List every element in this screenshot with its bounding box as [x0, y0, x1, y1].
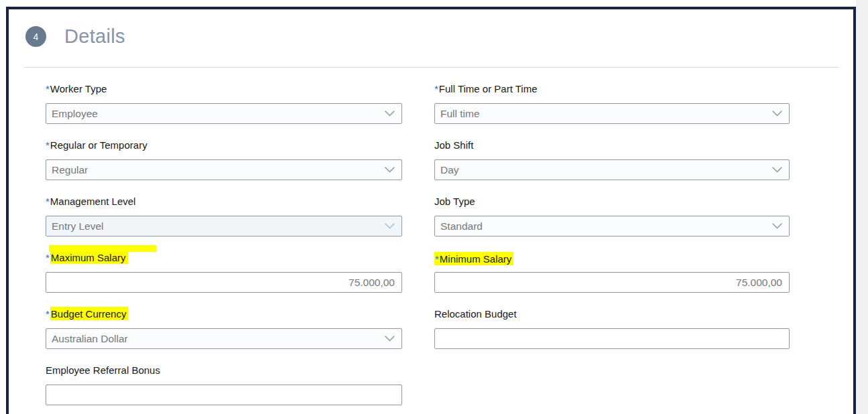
regular-or-temporary-label-text: Regular or Temporary [50, 139, 147, 151]
employee-referral-bonus-input[interactable] [46, 385, 402, 405]
regular-or-temporary-select[interactable]: Regular [46, 159, 402, 180]
field-management-level: *Management Level Entry Level [46, 196, 402, 236]
budget-currency-label-text: Budget Currency [50, 307, 129, 320]
management-level-label: *Management Level [46, 196, 402, 209]
budget-currency-label: *Budget Currency [46, 308, 402, 322]
maximum-salary-input[interactable] [46, 272, 402, 293]
management-level-label-text: Management Level [50, 196, 136, 207]
management-level-select[interactable]: Entry Level [46, 216, 402, 236]
required-asterisk: * [46, 83, 50, 94]
job-shift-select[interactable]: Day [434, 159, 790, 180]
full-time-or-part-time-select[interactable]: Full time [434, 103, 790, 124]
chevron-down-icon [772, 111, 782, 117]
field-full-time-or-part-time: *Full Time or Part Time Full time [434, 83, 790, 124]
job-shift-selected-value: Day [440, 164, 767, 176]
required-asterisk: * [46, 308, 50, 320]
field-budget-currency: *Budget Currency Australian Dollar [46, 308, 402, 349]
job-shift-label-text: Job Shift [434, 139, 473, 151]
minimum-salary-input[interactable] [434, 272, 790, 293]
worker-type-selected-value: Employee [52, 108, 379, 120]
worker-type-label: *Worker Type [46, 83, 402, 96]
chevron-down-icon [772, 223, 782, 229]
field-job-type: Job Type Standard [434, 196, 790, 236]
budget-currency-selected-value: Australian Dollar [52, 333, 379, 345]
relocation-budget-label-text: Relocation Budget [434, 308, 517, 320]
management-level-selected-value: Entry Level [52, 220, 379, 232]
maximum-salary-label: *Maximum Salary [46, 252, 402, 265]
minimum-salary-label-text: Minimum Salary [440, 253, 512, 265]
worker-type-label-text: Worker Type [50, 83, 107, 94]
chevron-down-icon [385, 111, 395, 117]
required-asterisk: * [46, 139, 50, 151]
job-shift-label: Job Shift [434, 139, 790, 153]
job-type-selected-value: Standard [440, 220, 767, 232]
employee-referral-bonus-label-text: Employee Referral Bonus [46, 364, 160, 376]
maximum-salary-label-text: Maximum Salary [50, 251, 128, 264]
field-minimum-salary: *Minimum Salary [434, 252, 790, 293]
full-time-or-part-time-label: *Full Time or Part Time [434, 83, 790, 96]
step-number-badge: 4 [25, 26, 46, 47]
details-form: *Worker Type Employee *Full Time or Part… [46, 83, 790, 405]
page-title: Details [64, 25, 125, 48]
required-asterisk: * [434, 83, 438, 94]
full-time-or-part-time-label-text: Full Time or Part Time [439, 83, 538, 94]
chevron-down-icon [385, 336, 395, 342]
header-divider [23, 67, 839, 68]
chevron-down-icon [385, 167, 395, 173]
minimum-salary-label: *Minimum Salary [434, 252, 790, 265]
relocation-budget-label: Relocation Budget [434, 308, 790, 322]
relocation-budget-input[interactable] [434, 328, 790, 349]
job-type-select[interactable]: Standard [434, 216, 790, 236]
regular-or-temporary-selected-value: Regular [52, 164, 379, 176]
required-asterisk: * [46, 196, 50, 207]
budget-currency-select[interactable]: Australian Dollar [46, 328, 402, 349]
job-type-label: Job Type [434, 196, 790, 209]
required-asterisk: * [435, 253, 439, 265]
full-time-or-part-time-selected-value: Full time [440, 108, 767, 120]
chevron-down-icon [772, 167, 782, 173]
chevron-down-icon [385, 223, 395, 229]
worker-type-select[interactable]: Employee [46, 103, 402, 124]
step-header: 4 Details [25, 25, 125, 48]
field-maximum-salary: *Maximum Salary [46, 252, 402, 293]
job-type-label-text: Job Type [434, 196, 475, 207]
field-worker-type: *Worker Type Employee [46, 83, 402, 124]
required-asterisk: * [46, 252, 50, 263]
page: 4 Details *Worker Type Employee *Full Ti… [0, 0, 868, 414]
field-relocation-budget: Relocation Budget [434, 308, 790, 349]
right-gutter [856, 0, 868, 414]
employee-referral-bonus-label: Employee Referral Bonus [46, 364, 402, 378]
field-employee-referral-bonus: Employee Referral Bonus [46, 364, 402, 405]
regular-or-temporary-label: *Regular or Temporary [46, 139, 402, 153]
field-regular-or-temporary: *Regular or Temporary Regular [46, 139, 402, 180]
field-job-shift: Job Shift Day [434, 139, 790, 180]
